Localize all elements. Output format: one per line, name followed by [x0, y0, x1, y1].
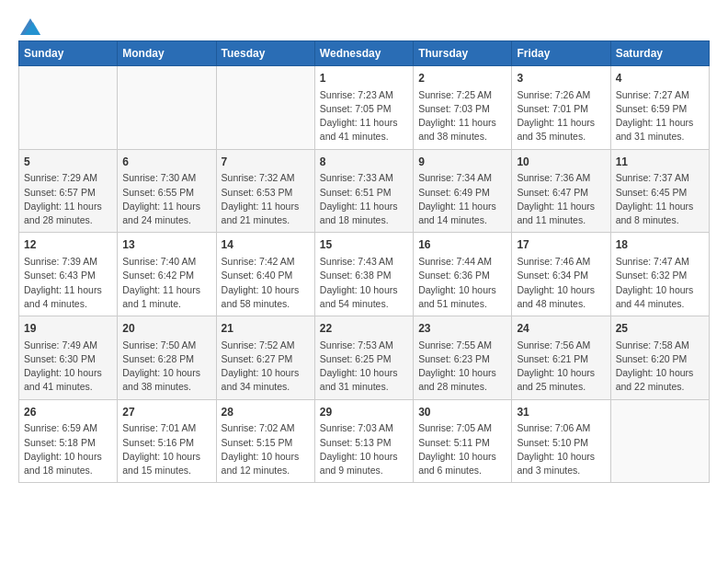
- day-info: Sunrise: 7:02 AM Sunset: 5:15 PM Dayligh…: [222, 421, 310, 477]
- day-number: 18: [616, 237, 704, 253]
- calendar-day: 2Sunrise: 7:25 AM Sunset: 7:03 PM Daylig…: [414, 66, 512, 150]
- calendar-day: 14Sunrise: 7:42 AM Sunset: 6:40 PM Dayli…: [216, 233, 314, 316]
- day-number: 20: [122, 321, 210, 337]
- day-number: 17: [517, 237, 605, 253]
- day-number: 25: [616, 321, 704, 337]
- day-number: 2: [418, 71, 506, 86]
- day-header-friday: Friday: [512, 41, 610, 66]
- day-info: Sunrise: 7:58 AM Sunset: 6:20 PM Dayligh…: [616, 339, 704, 395]
- day-number: 11: [616, 155, 704, 170]
- day-number: 23: [418, 321, 506, 337]
- calendar-day: 4Sunrise: 7:27 AM Sunset: 6:59 PM Daylig…: [610, 66, 709, 150]
- day-info: Sunrise: 7:36 AM Sunset: 6:47 PM Dayligh…: [517, 171, 605, 227]
- day-header-monday: Monday: [118, 41, 216, 66]
- day-info: Sunrise: 7:23 AM Sunset: 7:05 PM Dayligh…: [320, 88, 408, 144]
- day-number: 9: [418, 155, 506, 170]
- calendar-day: 31Sunrise: 7:06 AM Sunset: 5:10 PM Dayli…: [512, 399, 610, 483]
- day-info: Sunrise: 7:42 AM Sunset: 6:40 PM Dayligh…: [222, 255, 310, 311]
- calendar-day: 9Sunrise: 7:34 AM Sunset: 6:49 PM Daylig…: [414, 149, 512, 233]
- calendar-day: 23Sunrise: 7:55 AM Sunset: 6:23 PM Dayli…: [414, 316, 512, 400]
- day-header-thursday: Thursday: [414, 41, 512, 66]
- calendar-day: 25Sunrise: 7:58 AM Sunset: 6:20 PM Dayli…: [610, 316, 709, 400]
- calendar-day: 1Sunrise: 7:23 AM Sunset: 7:05 PM Daylig…: [314, 66, 413, 150]
- day-number: 3: [517, 71, 605, 86]
- day-info: Sunrise: 7:56 AM Sunset: 6:21 PM Dayligh…: [517, 339, 605, 395]
- day-info: Sunrise: 7:34 AM Sunset: 6:49 PM Dayligh…: [418, 171, 506, 227]
- day-info: Sunrise: 7:46 AM Sunset: 6:34 PM Dayligh…: [517, 255, 605, 311]
- calendar-day: 13Sunrise: 7:40 AM Sunset: 6:42 PM Dayli…: [118, 233, 216, 316]
- calendar-week-5: 26Sunrise: 6:59 AM Sunset: 5:18 PM Dayli…: [19, 399, 710, 483]
- calendar-table: SundayMondayTuesdayWednesdayThursdayFrid…: [18, 40, 710, 483]
- day-number: 12: [24, 237, 112, 253]
- day-number: 24: [517, 321, 605, 337]
- day-number: 31: [517, 405, 605, 420]
- day-number: 16: [418, 237, 506, 253]
- day-info: Sunrise: 7:53 AM Sunset: 6:25 PM Dayligh…: [320, 339, 408, 395]
- calendar-day: 8Sunrise: 7:33 AM Sunset: 6:51 PM Daylig…: [314, 149, 413, 233]
- calendar-day: [118, 66, 216, 150]
- calendar-day: 21Sunrise: 7:52 AM Sunset: 6:27 PM Dayli…: [216, 316, 314, 400]
- day-info: Sunrise: 7:03 AM Sunset: 5:13 PM Dayligh…: [320, 421, 408, 477]
- calendar-day: [610, 399, 709, 483]
- calendar-day: 3Sunrise: 7:26 AM Sunset: 7:01 PM Daylig…: [512, 66, 610, 150]
- day-info: Sunrise: 7:44 AM Sunset: 6:36 PM Dayligh…: [418, 255, 506, 311]
- day-number: 29: [320, 405, 408, 420]
- day-number: 30: [418, 405, 506, 420]
- day-number: 28: [222, 405, 310, 420]
- day-info: Sunrise: 7:55 AM Sunset: 6:23 PM Dayligh…: [418, 339, 506, 395]
- calendar-day: 24Sunrise: 7:56 AM Sunset: 6:21 PM Dayli…: [512, 316, 610, 400]
- day-info: Sunrise: 7:52 AM Sunset: 6:27 PM Dayligh…: [222, 339, 310, 395]
- calendar-day: 30Sunrise: 7:05 AM Sunset: 5:11 PM Dayli…: [414, 399, 512, 483]
- day-info: Sunrise: 7:27 AM Sunset: 6:59 PM Dayligh…: [616, 88, 704, 144]
- day-info: Sunrise: 7:43 AM Sunset: 6:38 PM Dayligh…: [320, 255, 408, 311]
- day-info: Sunrise: 7:26 AM Sunset: 7:01 PM Dayligh…: [517, 88, 605, 144]
- day-info: Sunrise: 7:25 AM Sunset: 7:03 PM Dayligh…: [418, 88, 506, 144]
- calendar-day: 22Sunrise: 7:53 AM Sunset: 6:25 PM Dayli…: [314, 316, 413, 400]
- calendar-day: 6Sunrise: 7:30 AM Sunset: 6:55 PM Daylig…: [118, 149, 216, 233]
- day-number: 4: [616, 71, 704, 86]
- calendar-day: 18Sunrise: 7:47 AM Sunset: 6:32 PM Dayli…: [610, 233, 709, 316]
- day-info: Sunrise: 7:32 AM Sunset: 6:53 PM Dayligh…: [222, 171, 310, 227]
- day-info: Sunrise: 7:50 AM Sunset: 6:28 PM Dayligh…: [122, 339, 210, 395]
- calendar-day: 5Sunrise: 7:29 AM Sunset: 6:57 PM Daylig…: [19, 149, 118, 233]
- calendar-week-2: 5Sunrise: 7:29 AM Sunset: 6:57 PM Daylig…: [19, 149, 710, 233]
- day-info: Sunrise: 7:01 AM Sunset: 5:16 PM Dayligh…: [122, 421, 210, 477]
- calendar-day: [19, 66, 118, 150]
- day-info: Sunrise: 7:39 AM Sunset: 6:43 PM Dayligh…: [24, 255, 112, 311]
- day-info: Sunrise: 7:05 AM Sunset: 5:11 PM Dayligh…: [418, 421, 506, 477]
- header-right: [50, 18, 710, 20]
- calendar-day: 10Sunrise: 7:36 AM Sunset: 6:47 PM Dayli…: [512, 149, 610, 233]
- day-number: 10: [517, 155, 605, 170]
- day-number: 19: [24, 321, 112, 337]
- day-header-wednesday: Wednesday: [314, 41, 413, 66]
- calendar-day: [216, 66, 314, 150]
- day-info: Sunrise: 7:37 AM Sunset: 6:45 PM Dayligh…: [616, 171, 704, 227]
- calendar-week-4: 19Sunrise: 7:49 AM Sunset: 6:30 PM Dayli…: [19, 316, 710, 400]
- calendar-day: 17Sunrise: 7:46 AM Sunset: 6:34 PM Dayli…: [512, 233, 610, 316]
- day-number: 8: [320, 155, 408, 170]
- day-info: Sunrise: 7:30 AM Sunset: 6:55 PM Dayligh…: [122, 171, 210, 227]
- calendar-day: 16Sunrise: 7:44 AM Sunset: 6:36 PM Dayli…: [414, 233, 512, 316]
- calendar-day: 12Sunrise: 7:39 AM Sunset: 6:43 PM Dayli…: [19, 233, 118, 316]
- calendar-week-3: 12Sunrise: 7:39 AM Sunset: 6:43 PM Dayli…: [19, 233, 710, 316]
- day-number: 5: [24, 155, 112, 170]
- day-header-saturday: Saturday: [610, 41, 709, 66]
- calendar-week-1: 1Sunrise: 7:23 AM Sunset: 7:05 PM Daylig…: [19, 66, 710, 150]
- calendar-day: 28Sunrise: 7:02 AM Sunset: 5:15 PM Dayli…: [216, 399, 314, 483]
- day-number: 13: [122, 237, 210, 253]
- day-number: 21: [222, 321, 310, 337]
- day-number: 26: [24, 405, 112, 420]
- calendar-day: 26Sunrise: 6:59 AM Sunset: 5:18 PM Dayli…: [19, 399, 118, 483]
- calendar-day: 20Sunrise: 7:50 AM Sunset: 6:28 PM Dayli…: [118, 316, 216, 400]
- calendar-day: 11Sunrise: 7:37 AM Sunset: 6:45 PM Dayli…: [610, 149, 709, 233]
- day-number: 14: [222, 237, 310, 253]
- day-header-sunday: Sunday: [19, 41, 118, 66]
- day-header-tuesday: Tuesday: [216, 41, 314, 66]
- day-info: Sunrise: 7:06 AM Sunset: 5:10 PM Dayligh…: [517, 421, 605, 477]
- logo: [18, 18, 40, 33]
- day-number: 6: [122, 155, 210, 170]
- day-info: Sunrise: 7:29 AM Sunset: 6:57 PM Dayligh…: [24, 171, 112, 227]
- day-number: 15: [320, 237, 408, 253]
- day-number: 27: [122, 405, 210, 420]
- logo-icon: [20, 18, 40, 35]
